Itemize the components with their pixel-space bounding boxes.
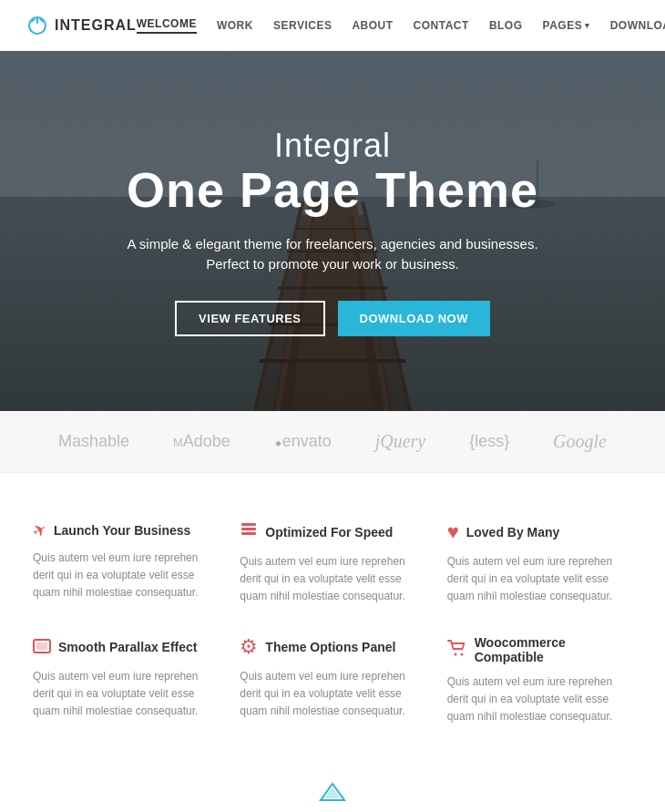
nav-download[interactable]: DOWNLOAD bbox=[610, 19, 665, 32]
view-features-button[interactable]: VIEW FEATURES bbox=[175, 301, 324, 336]
logo[interactable]: INTEGRAL bbox=[27, 15, 137, 36]
chevron-down-icon: ▾ bbox=[585, 21, 590, 30]
features-section: ✈ Launch Your Business Quis autem vel eu… bbox=[0, 473, 665, 753]
logos-bar: Mashable MAdobe ⬥envato jQuery {less} Go… bbox=[0, 411, 665, 473]
feature-theme: ⚙ Theme Options Panel Quis autem vel eum… bbox=[240, 635, 425, 726]
feature-loved-title: Loved By Many bbox=[466, 525, 560, 540]
nav-links: WELCOME WORK SERVICES ABOUT CONTACT BLOG… bbox=[137, 17, 665, 34]
features-grid: ✈ Launch Your Business Quis autem vel eu… bbox=[33, 520, 632, 725]
nav-pages[interactable]: PAGES ▾ bbox=[543, 19, 590, 32]
download-now-button[interactable]: DOWNLOAD NOW bbox=[338, 301, 490, 336]
logo-jquery: jQuery bbox=[375, 431, 426, 452]
logo-icon bbox=[27, 15, 47, 36]
svg-rect-23 bbox=[36, 642, 47, 650]
speed-icon bbox=[240, 520, 258, 544]
nav-work[interactable]: WORK bbox=[217, 19, 253, 32]
work-icon bbox=[33, 782, 632, 809]
svg-rect-20 bbox=[241, 528, 256, 530]
hero-buttons: VIEW FEATURES DOWNLOAD NOW bbox=[175, 301, 490, 336]
feature-launch: ✈ Launch Your Business Quis autem vel eu… bbox=[33, 520, 218, 606]
feature-speed: Optimized For Speed Quis autem vel eum i… bbox=[240, 520, 425, 606]
nav-about[interactable]: ABOUT bbox=[352, 19, 393, 32]
settings-icon: ⚙ bbox=[240, 635, 258, 659]
svg-point-24 bbox=[454, 653, 456, 655]
heart-icon: ♥ bbox=[447, 520, 459, 544]
launch-icon: ✈ bbox=[29, 519, 51, 543]
cart-icon bbox=[447, 638, 467, 662]
feature-parallax: Smooth Parallax Effect Quis autem vel eu… bbox=[33, 635, 218, 726]
feature-parallax-text: Quis autem vel eum iure reprehen derit q… bbox=[33, 668, 218, 721]
nav-services[interactable]: SERVICES bbox=[273, 19, 332, 32]
feature-woo: Woocommerce Compatible Quis autem vel eu… bbox=[447, 635, 632, 726]
feature-loved-text: Quis autem vel eum iure reprehen derit q… bbox=[447, 553, 632, 606]
hero-title-small: Integral bbox=[274, 127, 391, 165]
feature-speed-title: Optimized For Speed bbox=[265, 525, 393, 540]
logo-adobe: MAdobe bbox=[173, 432, 230, 451]
logo-envato: ⬥envato bbox=[274, 432, 332, 451]
navbar: INTEGRAL WELCOME WORK SERVICES ABOUT CON… bbox=[0, 0, 665, 51]
svg-rect-21 bbox=[241, 532, 256, 535]
svg-rect-19 bbox=[241, 523, 256, 526]
feature-parallax-title: Smooth Parallax Effect bbox=[58, 640, 198, 654]
hero-content: Integral One Page Theme A simple & elega… bbox=[127, 127, 538, 336]
hero-subtitle: A simple & elegant theme for freelancers… bbox=[127, 234, 537, 275]
nav-contact[interactable]: CONTACT bbox=[414, 19, 469, 32]
hero-section: Integral One Page Theme A simple & elega… bbox=[0, 51, 665, 411]
work-section: WORK Donec nec justo eget felis facilisi… bbox=[0, 753, 665, 812]
parallax-icon bbox=[33, 635, 51, 659]
nav-blog[interactable]: BLOG bbox=[489, 19, 523, 32]
feature-speed-text: Quis autem vel eum iure reprehen derit q… bbox=[240, 553, 425, 606]
feature-theme-title: Theme Options Panel bbox=[265, 640, 395, 654]
feature-launch-text: Quis autem vel eum iure reprehen derit q… bbox=[33, 550, 218, 602]
feature-launch-title: Launch Your Business bbox=[54, 523, 190, 538]
logo-mashable: Mashable bbox=[58, 432, 129, 451]
feature-woo-text: Quis autem vel eum iure reprehen derit q… bbox=[447, 673, 632, 726]
feature-woo-title: Woocommerce Compatible bbox=[475, 635, 632, 664]
feature-theme-text: Quis autem vel eum iure reprehen derit q… bbox=[240, 668, 425, 721]
logo-text: INTEGRAL bbox=[55, 17, 137, 34]
hero-title-big: One Page Theme bbox=[127, 161, 538, 218]
nav-welcome[interactable]: WELCOME bbox=[137, 17, 197, 34]
logo-less: {less} bbox=[469, 432, 509, 451]
svg-point-25 bbox=[460, 653, 463, 655]
feature-loved: ♥ Loved By Many Quis autem vel eum iure … bbox=[447, 520, 632, 606]
logo-google: Google bbox=[553, 431, 607, 452]
